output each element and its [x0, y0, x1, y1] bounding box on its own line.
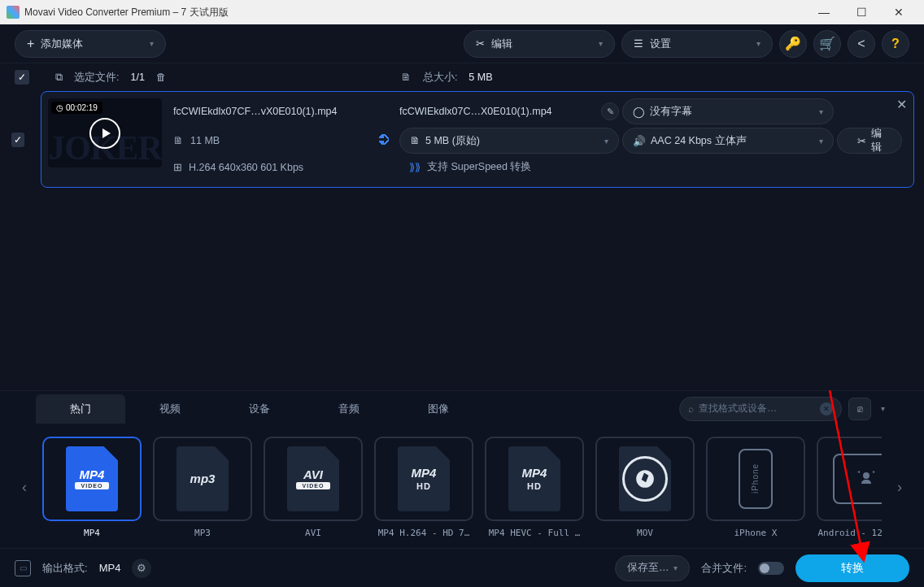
format-tile-mov[interactable]: MOV [595, 437, 695, 538]
key-icon: 🔑 [785, 36, 801, 51]
format-tile-mp4-h-264-hd-7-[interactable]: MP4HDMP4 H.264 - HD 7… [374, 437, 473, 538]
superspeed-icon: ⟫⟫ [409, 161, 421, 173]
maximize-button[interactable]: ☐ [843, 0, 880, 24]
bottom-panel: 热门 视频 设备 音频 图像 ⌕ 查找格式或设备… ✕ ⎚ ▾ ‹ MP4VID… [0, 390, 924, 587]
chevron-down-icon: ▾ [756, 39, 761, 48]
settings-menu-button[interactable]: ☰ 设置 ▾ [621, 30, 773, 58]
save-to-button[interactable]: 保存至… ▾ [615, 555, 691, 581]
format-tile-mp3[interactable]: mp3MP3 [153, 437, 252, 538]
source-size: 11 MB [190, 135, 220, 146]
transfer-arrow-icon: ⮊ [372, 133, 396, 148]
share-icon: < [857, 37, 865, 51]
output-settings-button[interactable]: ⚙ [132, 559, 151, 578]
format-icon: iPhone [706, 437, 805, 521]
output-format-value: MP4 [99, 562, 121, 574]
format-icon: MP4HD [485, 437, 584, 521]
format-search-input[interactable]: ⌕ 查找格式或设备… ✕ [679, 397, 842, 421]
merge-files-label: 合并文件: [701, 561, 747, 576]
format-icon: mp3 [153, 437, 252, 521]
detect-device-button[interactable]: ⎚ [848, 398, 871, 420]
convert-button[interactable]: 转换 [795, 554, 909, 582]
remove-file-button[interactable]: ✕ [896, 97, 907, 112]
cart-icon: 🛒 [819, 36, 835, 51]
chevron-down-icon: ▾ [599, 39, 603, 48]
help-icon: ? [891, 37, 900, 51]
tab-video[interactable]: 视频 [125, 394, 215, 424]
format-tabs: 热门 视频 设备 音频 图像 ⌕ 查找格式或设备… ✕ ⎚ ▾ [0, 390, 924, 426]
sliders-icon: ☰ [634, 37, 643, 50]
format-icon [817, 437, 882, 521]
chevron-down-icon: ▾ [673, 563, 678, 572]
output-size-select[interactable]: 🗎5 MB (原始) ▾ [399, 128, 619, 154]
subtitle-select[interactable]: ◯没有字幕 ▾ [622, 98, 834, 124]
merge-toggle[interactable] [758, 562, 784, 575]
chevron-down-icon: ▾ [819, 107, 823, 116]
clear-search-button[interactable]: ✕ [820, 402, 833, 415]
key-button[interactable]: 🔑 [779, 30, 807, 58]
file-card: ✕ ◷ 00:02:19 fcCWIEkdlx07CF…vX0E010(1).m… [41, 91, 914, 188]
output-format-label: 输出格式: [42, 561, 88, 576]
scroll-right-button[interactable]: › [890, 463, 909, 511]
duration-badge: ◷ 00:02:19 [51, 102, 102, 114]
format-label: MP4 H.264 - HD 7… [374, 528, 473, 538]
chevron-down-icon: ▾ [150, 39, 154, 48]
app-icon [7, 6, 20, 19]
tab-popular[interactable]: 热门 [36, 394, 125, 424]
speaker-icon: 🔊 [633, 135, 646, 147]
add-media-button[interactable]: + 添加媒体 ▾ [15, 30, 166, 58]
file-icon: 🗎 [173, 135, 184, 146]
file-checkbox[interactable]: ✓ [11, 133, 24, 147]
audio-value: AAC 24 Kbps 立体声 [651, 134, 747, 148]
format-strip: ‹ MP4VIDEOMP4mp3MP3AVIVIDEOAVIMP4HDMP4 H… [0, 426, 924, 548]
share-button[interactable]: < [848, 30, 875, 58]
play-button[interactable] [89, 118, 120, 149]
scroll-left-button[interactable]: ‹ [15, 463, 34, 511]
total-size-value: 5 MB [469, 72, 492, 83]
help-button[interactable]: ? [882, 30, 909, 58]
close-button[interactable]: ✕ [880, 0, 917, 24]
resolution-icon: ⊞ [173, 161, 182, 173]
format-tile-mp4-hevc-full-[interactable]: MP4HDMP4 HEVC - Full … [485, 437, 584, 538]
format-tile-mp4[interactable]: MP4VIDEOMP4 [42, 437, 142, 538]
video-thumbnail[interactable]: ◷ 00:02:19 [48, 98, 162, 167]
window-title: Movavi Video Converter Premium – 7 天试用版 [24, 6, 805, 20]
format-tile-avi[interactable]: AVIVIDEOAVI [264, 437, 363, 538]
subtitle-icon: ◯ [633, 106, 645, 118]
format-label: MP4 [42, 528, 142, 538]
output-filename: fcCWIEkdlx07C…X0E010(1).mp4 [399, 101, 596, 122]
selection-row: ✓ ⧉ 选定文件: 1/1 🗑 🗎 总大小: 5 MB [0, 63, 924, 91]
main-toolbar: + 添加媒体 ▾ ✂ 编辑 ▾ ☰ 设置 ▾ 🔑 🛒 < ? [0, 24, 924, 63]
clock-icon: ◷ [56, 103, 63, 112]
tab-audio[interactable]: 音频 [304, 394, 394, 424]
chevron-down-icon[interactable]: ▾ [878, 404, 888, 413]
delete-icon[interactable]: 🗑 [156, 72, 167, 83]
copy-icon: ⧉ [55, 72, 63, 84]
format-tile-iphone-x[interactable]: iPhoneiPhone X [706, 437, 805, 538]
format-label: Android - 1280x720 [817, 528, 882, 538]
selected-files-count: 1/1 [130, 72, 144, 83]
format-label: iPhone X [706, 528, 805, 538]
tab-devices[interactable]: 设备 [215, 394, 304, 424]
search-icon: ⌕ [688, 403, 694, 415]
footer-bar: ▭ 输出格式: MP4 ⚙ 保存至… ▾ 合并文件: 转换 [0, 548, 924, 587]
duration-value: 00:02:19 [66, 103, 98, 112]
tools-icon: ✂ [857, 135, 866, 147]
edit-menu-button[interactable]: ✂ 编辑 ▾ [464, 30, 615, 58]
format-label: AVI [264, 528, 363, 538]
format-icon: MP4VIDEO [42, 437, 142, 521]
tab-image[interactable]: 图像 [394, 394, 483, 424]
minimize-button[interactable]: — [805, 0, 843, 24]
total-size-label: 总大小: [423, 71, 457, 85]
edit-file-button[interactable]: ✂编辑 [837, 128, 902, 154]
add-media-label: 添加媒体 [41, 37, 83, 51]
wrench-icon: ✂ [476, 37, 485, 50]
play-icon [102, 128, 111, 138]
output-format-icon: ▭ [15, 560, 31, 576]
cart-button[interactable]: 🛒 [813, 30, 841, 58]
titlebar: Movavi Video Converter Premium – 7 天试用版 … [0, 0, 924, 24]
rename-button[interactable]: ✎ [601, 102, 619, 120]
select-all-checkbox[interactable]: ✓ [15, 70, 29, 85]
edit-menu-label: 编辑 [491, 37, 512, 51]
audio-select[interactable]: 🔊AAC 24 Kbps 立体声 ▾ [622, 128, 834, 154]
format-tile-android-1280x720[interactable]: Android - 1280x720 [817, 437, 882, 538]
